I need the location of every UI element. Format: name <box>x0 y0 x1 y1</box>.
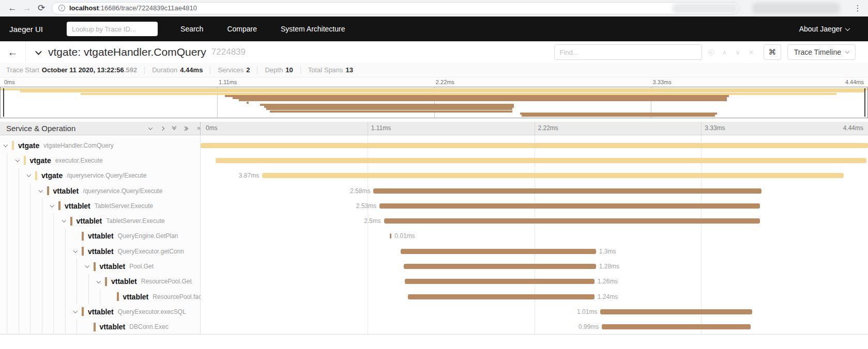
url-path: :16686/trace/7224839c11ae4810 <box>99 4 197 12</box>
span-operation-name: /queryservice.Query/Execute <box>67 172 146 179</box>
tree-guide-line <box>88 289 89 304</box>
span-grid: vtgatevtgateHandler.ComQueryvtgateexecut… <box>0 135 868 335</box>
tree-guide-line <box>19 304 19 319</box>
span-tree-row[interactable]: vtgatevtgateHandler.ComQuery <box>0 138 200 153</box>
span-duration-label: 2.58ms <box>350 187 370 195</box>
span-collapse-icon[interactable] <box>51 204 58 208</box>
find-input[interactable] <box>554 44 702 60</box>
span-duration-bar[interactable] <box>408 294 595 299</box>
prev-match-icon[interactable]: ∧ <box>722 49 727 56</box>
minimap-span-bar <box>522 115 715 117</box>
span-timeline-row[interactable]: 1.24ms <box>201 289 868 304</box>
span-collapse-icon[interactable] <box>74 310 82 313</box>
expand-all-icon[interactable] <box>185 127 188 130</box>
span-service-name: vttablet <box>65 202 90 210</box>
brand-jaeger-ui[interactable]: Jaeger UI <box>9 25 43 34</box>
span-tree-row[interactable]: vtgate/queryservice.Query/Execute <box>0 168 200 183</box>
span-timeline-row[interactable]: 1.01ms <box>201 304 868 319</box>
keyboard-shortcuts-button[interactable]: ⌘ <box>764 44 781 60</box>
span-collapse-icon[interactable] <box>16 159 24 162</box>
service-operation-title: Service & Operation <box>6 124 75 133</box>
collapse-all-icon[interactable] <box>173 127 176 130</box>
span-duration-bar[interactable] <box>401 249 596 254</box>
tree-guide-line <box>19 229 19 244</box>
tree-guide-line <box>30 320 31 335</box>
minimap-right-scrubber[interactable] <box>864 88 865 117</box>
span-timeline-row[interactable]: 2.58ms <box>201 183 868 198</box>
span-timeline-row[interactable]: 0.99ms <box>201 320 868 335</box>
browser-menu-icon[interactable]: ⋮ <box>852 4 863 13</box>
span-duration-bar[interactable] <box>602 324 751 329</box>
browser-back-icon[interactable]: ← <box>5 3 20 13</box>
span-tree-row[interactable]: vttabletResourcePool.Get <box>0 274 200 289</box>
span-service-name: vttablet <box>88 232 114 240</box>
span-collapse-icon[interactable] <box>74 250 82 253</box>
back-button[interactable]: ← <box>0 41 26 63</box>
span-tree-row[interactable]: vtgateexecutor.Execute <box>0 153 200 168</box>
minimap-span-row <box>1 115 867 117</box>
span-duration-bar[interactable] <box>384 218 760 224</box>
browser-forward-icon[interactable]: → <box>20 3 34 13</box>
span-timeline-row[interactable] <box>201 153 868 168</box>
span-timeline-row[interactable]: 3.87ms <box>201 168 868 183</box>
span-timeline-row[interactable]: 1.28ms <box>201 259 868 274</box>
span-operation-name: QueryExecutor.execSQL <box>118 308 186 315</box>
tree-guide-line <box>65 304 66 319</box>
span-timeline-row[interactable] <box>201 138 868 153</box>
span-duration-bar[interactable] <box>404 264 596 269</box>
span-collapse-icon[interactable] <box>27 174 35 177</box>
browser-reload-icon[interactable]: ⟳ <box>34 3 49 13</box>
span-tree-row[interactable]: vttabletQueryExecutor.execSQL <box>0 304 200 319</box>
span-duration-bar[interactable] <box>201 143 868 148</box>
span-collapse-icon[interactable] <box>39 189 47 193</box>
nav-item-compare[interactable]: Compare <box>227 25 257 33</box>
span-tree-row[interactable]: vttabletDBConn.Exec <box>0 320 200 335</box>
span-timeline-row[interactable]: 0.01ms <box>201 229 868 244</box>
span-duration-bar[interactable] <box>405 279 594 284</box>
span-tree-row[interactable]: vttabletResourcePool.factory <box>0 289 200 304</box>
span-timeline-row[interactable]: 1.26ms <box>201 274 868 289</box>
address-bar[interactable]: i localhost:16686/trace/7224839c11ae4810 <box>52 2 739 14</box>
collapse-trace-details-icon[interactable] <box>36 47 41 57</box>
trace-minimap[interactable] <box>0 87 868 118</box>
span-collapse-icon[interactable] <box>63 219 70 223</box>
span-tree-row[interactable]: vttablet/queryservice.Query/Execute <box>0 183 200 198</box>
tree-guide-line <box>77 274 77 289</box>
tree-guide-line <box>65 274 66 289</box>
trace-view-selector[interactable]: Trace Timeline <box>787 44 856 60</box>
nav-item-system-architecture[interactable]: System Architecture <box>281 25 345 33</box>
tree-guide-line <box>42 259 42 274</box>
span-duration-bar[interactable] <box>379 203 760 209</box>
span-timeline-row[interactable]: 1.3ms <box>201 244 868 259</box>
span-tree-row[interactable]: vttabletQueryEngine.GetPlan <box>0 229 200 244</box>
minimap-left-scrubber[interactable] <box>3 88 4 117</box>
span-tree-row[interactable]: vttabletQueryExecutor.getConn <box>0 244 200 259</box>
span-timeline-row[interactable]: 2.53ms <box>201 198 868 213</box>
span-tree-row[interactable]: vttabletTabletServer.Execute <box>0 213 200 228</box>
clear-find-icon[interactable]: ✕ <box>749 49 754 56</box>
span-tree-row[interactable]: vttabletTabletServer.Execute <box>0 198 200 213</box>
nav-item-search[interactable]: Search <box>180 25 203 33</box>
span-tree-row[interactable]: vttabletPool.Get <box>0 259 200 274</box>
span-duration-bar[interactable] <box>216 158 866 163</box>
site-info-icon[interactable]: i <box>58 5 65 11</box>
span-collapse-icon[interactable] <box>4 144 12 147</box>
span-timeline-row[interactable]: 2.5ms <box>201 213 868 228</box>
tree-guide-line <box>42 289 42 304</box>
next-match-icon[interactable]: ∨ <box>735 49 740 56</box>
focus-match-icon[interactable] <box>708 50 714 55</box>
collapse-one-icon[interactable] <box>148 125 153 130</box>
tree-guide-line <box>30 198 31 213</box>
trace-id: 7224839 <box>211 47 246 57</box>
span-duration-bar[interactable] <box>262 173 844 178</box>
expand-one-icon[interactable] <box>160 126 164 130</box>
about-jaeger-menu[interactable]: About Jaeger <box>799 25 849 33</box>
trace-lookup-input[interactable] <box>67 22 158 36</box>
hide-panel-icon[interactable]: » <box>197 124 201 132</box>
span-duration-bar[interactable] <box>600 309 752 314</box>
span-service-name: vttablet <box>88 308 114 316</box>
span-duration-bar[interactable] <box>373 188 761 194</box>
span-duration-bar[interactable] <box>390 233 391 239</box>
span-collapse-icon[interactable] <box>86 265 94 268</box>
span-collapse-icon[interactable] <box>97 280 105 283</box>
